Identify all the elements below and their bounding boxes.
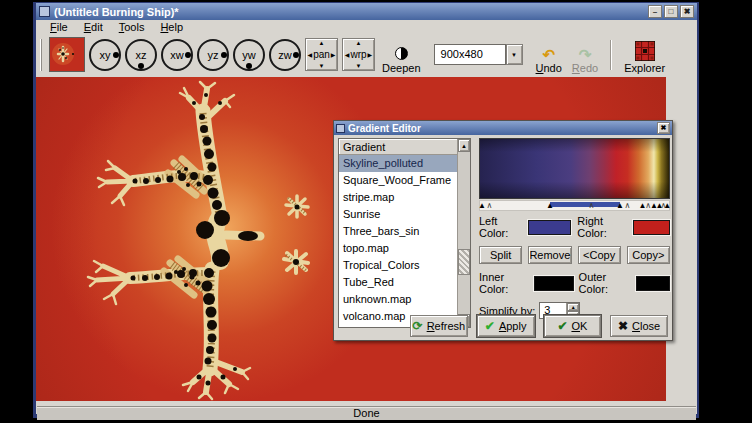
dialog-title-bar[interactable]: Gradient Editor ✖ [334, 121, 672, 135]
half-circle-icon [395, 47, 408, 60]
maximize-button[interactable]: □ [664, 5, 678, 18]
list-item[interactable]: Three_bars_sin [339, 223, 457, 240]
title-bar[interactable]: (Untitled Burning Ship)* – □ ✖ [36, 3, 697, 20]
dial-label: xw [170, 49, 183, 61]
apply-label: Apply [499, 320, 527, 332]
warp-control[interactable]: ▲ ◀ wrp ▶ ▼ [342, 38, 375, 71]
arrow-down-icon[interactable]: ▼ [356, 63, 362, 69]
arrow-up-icon[interactable]: ▲ [319, 40, 325, 46]
menu-help[interactable]: Help [152, 20, 191, 34]
gradient-handle[interactable]: ▲ [546, 201, 554, 211]
arrow-down-icon[interactable]: ▼ [319, 63, 325, 69]
gradient-edit-panel: ▲∧▲∧▲∧▲∧▲▲∧▲ Left Color: Right Color: Sp… [479, 138, 670, 319]
gradient-list-panel: Gradient Skyline_pollutedSquare_Wood_Fra… [338, 138, 471, 328]
warp-label: wrp [350, 50, 366, 60]
remove-button[interactable]: Remove [528, 246, 571, 264]
dial-label: xz [136, 49, 147, 61]
gradient-handle[interactable]: ▲ [478, 201, 486, 211]
rotate-yz-dial[interactable]: yz [197, 39, 229, 71]
gradient-handle[interactable]: ∧ [624, 201, 630, 211]
size-value[interactable]: 900x480 [434, 44, 506, 65]
list-item[interactable]: Tropical_Colors [339, 257, 457, 274]
list-item[interactable]: unknown.map [339, 291, 457, 308]
inner-color-label: Inner Color: [479, 271, 531, 295]
gradient-handle[interactable]: ▲ [616, 201, 624, 211]
right-color-label: Right Color: [577, 215, 629, 239]
deepen-label: Deepen [382, 62, 421, 74]
arrow-right-icon[interactable]: ▶ [331, 52, 336, 58]
status-text: Done [353, 407, 379, 419]
undo-button[interactable]: ↶ Undo [533, 36, 565, 74]
gradient-handle[interactable]: ▲ [663, 201, 671, 211]
list-item[interactable]: stripe.map [339, 189, 457, 206]
gradient-list: Skyline_pollutedSquare_Wood_Framestripe.… [339, 155, 457, 325]
scrollbar-thumb[interactable] [458, 249, 470, 275]
image-size-combo[interactable]: 900x480 ▼ [434, 44, 523, 65]
gradient-preview[interactable] [479, 138, 670, 199]
dialog-body: Gradient Skyline_pollutedSquare_Wood_Fra… [334, 135, 672, 341]
menu-file[interactable]: File [42, 20, 76, 34]
gradient-handle[interactable]: ∧ [487, 201, 493, 211]
ok-label: OK [571, 320, 587, 332]
menu-tools[interactable]: Tools [111, 20, 153, 34]
refresh-label: Refresh [427, 320, 466, 332]
deepen-button[interactable]: Deepen [379, 36, 424, 74]
explorer-button[interactable]: Explorer [621, 36, 668, 74]
list-item[interactable]: Tube_Red [339, 274, 457, 291]
list-item[interactable]: topo.map [339, 240, 457, 257]
menu-edit[interactable]: Edit [76, 20, 111, 34]
refresh-button[interactable]: ⟳ Refresh [410, 315, 468, 337]
copy-right-button[interactable]: Copy> [627, 246, 670, 264]
fractal-preview-thumbnail[interactable] [49, 37, 85, 72]
rotate-xy-dial[interactable]: xy [89, 39, 121, 71]
rotate-xw-dial[interactable]: xw [161, 39, 193, 71]
check-icon: ✔ [485, 320, 495, 332]
gradient-handle-strip[interactable]: ▲∧▲∧▲∧▲∧▲▲∧▲ [479, 200, 670, 211]
dial-angle-dot [185, 52, 191, 58]
close-label: Close [632, 320, 660, 332]
outer-color-label: Outer Color: [579, 271, 633, 295]
apply-button[interactable]: ✔ Apply [477, 315, 535, 337]
minimize-button[interactable]: – [648, 5, 662, 18]
left-color-label: Left Color: [479, 215, 525, 239]
arrow-up-icon[interactable]: ▲ [356, 40, 362, 46]
split-button[interactable]: Split [479, 246, 522, 264]
explorer-grid-icon [635, 41, 655, 61]
dial-angle-dot [221, 52, 227, 58]
arrow-right-icon[interactable]: ▶ [368, 52, 373, 58]
inner-color-swatch[interactable] [534, 276, 574, 291]
scroll-up-icon[interactable]: ▲ [458, 139, 470, 152]
dial-angle-dot [246, 63, 252, 69]
ok-button[interactable]: ✔ OK [544, 315, 602, 337]
arrow-left-icon[interactable]: ◀ [308, 52, 313, 58]
x-icon: ✖ [618, 320, 628, 332]
right-color-swatch[interactable] [633, 220, 670, 235]
list-item[interactable]: Square_Wood_Frame [339, 172, 457, 189]
dialog-icon [336, 124, 345, 133]
close-dialog-button[interactable]: ✖ Close [610, 315, 668, 337]
arrow-left-icon[interactable]: ◀ [345, 52, 350, 58]
rotate-zw-dial[interactable]: zw [269, 39, 301, 71]
copy-left-button[interactable]: <Copy [578, 246, 621, 264]
left-color-swatch[interactable] [528, 220, 572, 235]
gradient-list-header[interactable]: Gradient [339, 139, 457, 155]
rotate-xz-dial[interactable]: xz [125, 39, 157, 71]
combo-dropdown-icon[interactable]: ▼ [506, 44, 523, 65]
rotate-yw-dial[interactable]: yw [233, 39, 265, 71]
dialog-close-icon[interactable]: ✖ [657, 122, 670, 134]
scrollbar-track[interactable] [458, 152, 470, 314]
list-item[interactable]: Sunrise [339, 206, 457, 223]
status-bar: Done [37, 406, 696, 420]
selected-segment-bar[interactable] [550, 202, 620, 207]
gradient-handle[interactable]: ∧ [589, 201, 595, 211]
pan-control[interactable]: ▲ ◀ pan ▶ ▼ [305, 38, 338, 71]
spin-up-icon[interactable]: ▲ [567, 303, 579, 311]
outer-color-swatch[interactable] [636, 276, 670, 291]
redo-icon: ↷ [579, 47, 592, 62]
list-item[interactable]: Skyline_polluted [339, 155, 457, 172]
list-scrollbar[interactable]: ▲ ▼ [457, 139, 470, 327]
close-button[interactable]: ✖ [680, 5, 694, 18]
toolbar-separator [610, 40, 612, 70]
toolbar-grip[interactable] [40, 39, 45, 71]
refresh-icon: ⟳ [413, 320, 423, 332]
